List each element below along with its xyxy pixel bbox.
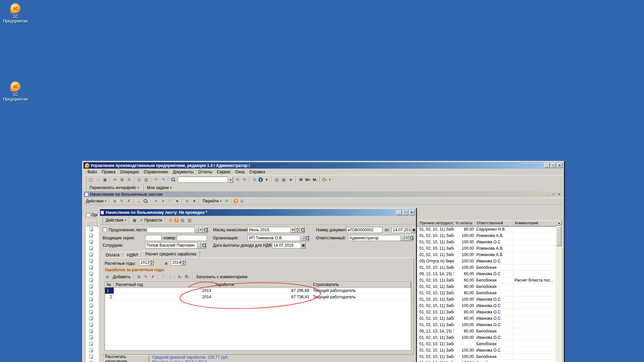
continuation-open-button[interactable] [203,227,208,233]
year-2-field[interactable]: 2014 [171,259,181,265]
maximize-button[interactable]: □ [550,163,556,168]
dialog-maximize-button[interactable]: □ [402,210,408,215]
menu-item[interactable]: Справка [247,169,267,175]
delete-row-icon[interactable]: ✗ [150,274,156,280]
employee-open-button[interactable] [201,242,206,248]
toolbar-grip[interactable] [142,185,144,191]
redo-icon[interactable]: ↷ [160,177,167,183]
ndfl-date-calendar-button[interactable]: ▦ [301,242,306,248]
tab-1[interactable]: НДФЛ [123,252,142,257]
toolbar-grip[interactable] [85,176,86,183]
list-row[interactable]: 01, 02, 10, 11) Забо...100,00Белобокая [418,360,556,362]
dialog-close-button[interactable]: ✕ [409,210,415,215]
menu-item[interactable]: Правка [100,169,118,175]
doc-number-field[interactable]: аТОВ0000002 [346,227,382,233]
list-column-header[interactable]: Причина нетрудосп... [418,220,454,226]
list-row[interactable]: 01, 02, 10, 11) Забо...100,00Иванова О.С [418,335,556,341]
responsible-select-button[interactable]: … [400,235,405,241]
paste-icon[interactable]: ⎘ [126,177,132,183]
move-up-icon[interactable]: ↑ [160,274,166,280]
print-list-icon[interactable]: ⎙ [238,198,245,204]
list-column-header[interactable]: Комментарий [514,220,556,226]
menu-item[interactable]: Отчеты [196,169,214,175]
menu-item[interactable]: Файл [85,169,100,175]
spin-down-icon[interactable]: ▼ [295,230,300,233]
employee-field[interactable]: Попов Василий Павлович [145,242,197,248]
menu-item[interactable]: Документы [170,169,196,175]
list-row[interactable]: 09, 12, 13, 14, 15) У...60,00Иванова О.С [418,271,556,277]
find-in-list-icon[interactable] [143,198,149,204]
spin-up-icon[interactable]: ▲ [149,259,154,262]
month-dropdown-button[interactable]: ▾ [290,227,295,233]
cut-icon[interactable]: ✂ [112,177,118,183]
list-row[interactable]: 09, 12, 13, 14, 15) У...60,00Белобокая [418,328,556,335]
copy-doc-icon[interactable]: ⧉ [251,177,258,183]
year-2-spinner[interactable]: ▲ ▼ [181,259,185,265]
service-caret-icon[interactable]: ▾ [329,178,331,181]
list-row[interactable]: 01, 02, 10, 11) Забо...100,00Романова А.… [418,252,556,258]
menu-item[interactable]: Справочники [141,169,170,175]
filter-caret-icon[interactable]: ▾ [174,198,180,204]
list-row[interactable]: 01, 02, 10, 11) Забо...80,00Белобокая [418,284,556,290]
list-scrollbar[interactable]: ▲ [556,220,562,362]
output-list-icon[interactable]: ⧉ [184,198,191,204]
search-dropdown-button[interactable]: ▾ [228,177,233,183]
list-row[interactable]: 01, 02, 10, 11) Забо...Белобокая [418,341,556,347]
help-icon[interactable]: ? [233,199,238,203]
list-row[interactable]: 01, 02, 10, 11) Забо...80,00Иванова О.С [418,309,556,315]
list-row[interactable]: 01, 02, 10, 11) Забо...60,00Белобокая [418,290,556,296]
year-1-field[interactable]: 2013 [139,259,149,265]
continuation-select-button[interactable]: … [195,227,199,233]
menu-item[interactable]: Сервис [214,169,233,175]
save-icon[interactable]: ▣ [131,217,138,223]
list-row[interactable]: 01, 02, 10, 11) Забо...100,00Иванова О.С [418,296,556,303]
sort-desc-icon[interactable]: Я↑ [184,274,191,280]
continuation-clear-button[interactable]: × [199,227,203,233]
responsible-field[interactable]: Администратор [348,235,400,241]
earnings-row[interactable]: 1201387 295,68Текущий работодатель [105,288,411,294]
interval-icon[interactable]: ↔ [136,198,142,204]
list-row[interactable]: 01, 02, 10, 11) Забо...60,00Иванова О.С [418,315,556,322]
list-row[interactable]: 01, 02, 10, 11) Забо...100,00Романова А.… [418,233,556,239]
scroll-up-button[interactable]: ▲ [556,220,562,226]
desktop-icon-1c-enterprise-1[interactable]: 1С 1С Предприятие [0,3,31,23]
edit-icon[interactable]: ✎ [118,198,125,204]
scrollbar-thumb[interactable] [556,227,561,246]
filter-by-value-icon[interactable]: ▼ [160,198,166,204]
info-caret-icon[interactable]: ▾ [263,177,270,183]
list-row[interactable]: 01, 02, 10, 11) Забо...100,00Белобокая [418,264,556,271]
list-row[interactable]: 05) Отпуск по бере...100,00Иванова О.С [418,258,556,264]
earnings-column-header[interactable]: Заработок [213,282,311,288]
month-field[interactable]: Июль 2015 [248,227,290,233]
history-forward-icon[interactable]: ⟳ [241,177,248,183]
goto-menu-button[interactable]: Перейти ▾ [201,198,223,204]
spin-down-icon[interactable]: ▼ [149,262,154,265]
structure-settings-icon[interactable]: ▥ [186,217,193,223]
mdi-minimize-button[interactable]: _ [546,192,551,197]
menu-item[interactable]: Окна [233,169,247,175]
list-row[interactable]: 01, 02, 10, 11) Забо...100,00Иванова О.С [418,239,556,245]
mdi-close-button[interactable]: ✕ [556,192,562,197]
toolbar-grip[interactable] [85,185,86,191]
switch-interface-button[interactable]: Переключить интерфейс ▾ [88,185,141,190]
continuation-checkbox[interactable] [103,228,107,232]
spin-up-icon[interactable]: ▲ [181,259,185,262]
doc-date-calendar-button[interactable]: ▦ [412,227,416,233]
structure-icon[interactable]: ▤ [179,217,186,223]
copy-doc-icon[interactable]: ⧉ [167,217,174,223]
dialog-actions-menu-button[interactable]: Действия ▾ [104,217,128,223]
org-filter-checkbox[interactable] [86,213,90,217]
table-icon[interactable]: ▤ [273,177,280,183]
mdi-child-titlebar[interactable]: Начисления по больничным листам _ □ ✕ [84,191,563,197]
output-caret-icon[interactable]: ▾ [191,198,198,204]
year-1-spinner[interactable]: ▲ ▼ [149,259,154,265]
edit-row-icon[interactable]: ✎ [143,274,149,280]
continuation-field[interactable] [147,227,195,233]
list-row[interactable]: 01, 02, 10, 11) Забо...100,00Иванова О.С [418,322,556,328]
close-button[interactable]: ✕ [557,163,562,168]
list-row[interactable]: 01, 02, 10, 11) Забо...100,00Романова А.… [418,245,556,252]
memory-button-2[interactable]: М- [312,177,318,183]
list-column-header[interactable]: % оплаты [454,220,475,226]
undo-icon[interactable]: ↶ [153,177,160,183]
incoming-series-field[interactable] [145,235,162,241]
